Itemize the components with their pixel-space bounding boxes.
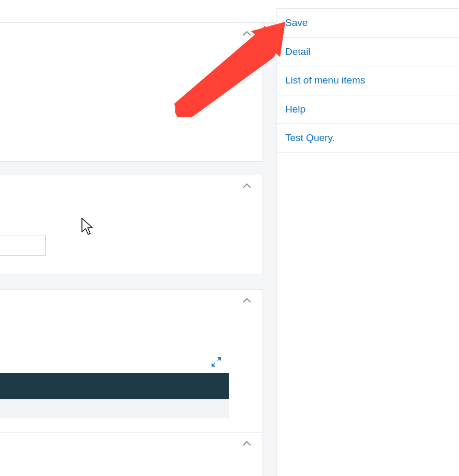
menu-item-help[interactable]: Help xyxy=(277,95,459,124)
collapse-panel-4[interactable] xyxy=(241,438,253,451)
menu-item-list[interactable]: List of menu items xyxy=(277,66,459,95)
expand-editor-button[interactable] xyxy=(211,356,226,369)
expand-icon xyxy=(211,360,222,369)
chevron-up-icon xyxy=(242,30,252,39)
panel-2 xyxy=(0,175,263,274)
editor-header-bar xyxy=(0,373,229,399)
panel-2-input[interactable] xyxy=(0,235,46,256)
chevron-up-icon xyxy=(242,440,252,449)
panel-3 xyxy=(0,289,263,439)
editor-sub-bar xyxy=(0,399,229,418)
collapse-panel-3[interactable] xyxy=(241,295,253,307)
menu-item-detail[interactable]: Detail xyxy=(277,38,459,67)
chevron-up-icon xyxy=(242,182,252,191)
action-menu: Save Detail List of menu items Help Test… xyxy=(276,8,459,476)
menu-item-test-query[interactable]: Test Query. xyxy=(277,124,459,153)
panel-1 xyxy=(0,23,263,162)
menu-item-save[interactable]: Save xyxy=(277,8,459,38)
collapse-panel-2[interactable] xyxy=(241,180,253,193)
collapse-panel-1[interactable] xyxy=(241,28,253,40)
left-pane xyxy=(0,23,276,476)
chevron-up-icon xyxy=(242,297,252,306)
panel-4 xyxy=(0,432,263,476)
